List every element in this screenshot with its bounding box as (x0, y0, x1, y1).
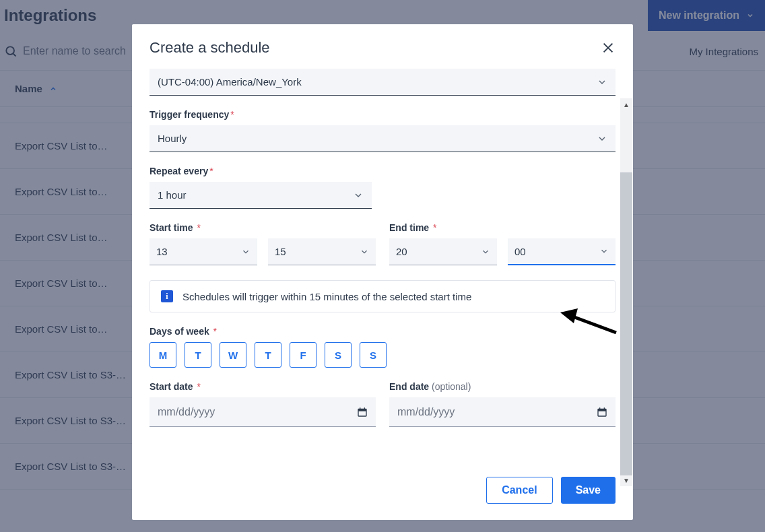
modal-title: Create a schedule (149, 39, 270, 57)
end-date-placeholder: mm/dd/yyyy (397, 406, 455, 418)
calendar-icon (357, 407, 368, 418)
trigger-frequency-value: Hourly (158, 133, 187, 144)
trigger-frequency-select[interactable]: Hourly (149, 125, 616, 152)
start-time-label: Start time * (149, 222, 376, 233)
repeat-every-select[interactable]: 1 hour (149, 182, 372, 209)
scroll-up-icon[interactable]: ▲ (620, 98, 632, 110)
trigger-frequency-label: Trigger frequency* (149, 109, 616, 120)
info-icon: i (161, 290, 173, 302)
chevron-down-icon (481, 247, 490, 257)
day-wednesday[interactable]: W (220, 342, 246, 368)
day-friday[interactable]: F (290, 342, 317, 368)
chevron-down-icon (360, 247, 369, 257)
day-monday[interactable]: M (149, 342, 176, 368)
repeat-every-value: 1 hour (158, 189, 187, 201)
svg-rect-11 (598, 409, 606, 411)
close-icon[interactable] (601, 40, 616, 55)
day-thursday[interactable]: T (255, 342, 281, 368)
day-tuesday[interactable]: T (185, 342, 211, 368)
end-minute-select[interactable]: 00 (508, 238, 616, 265)
scroll-down-icon[interactable]: ▼ (620, 474, 632, 486)
start-date-label: Start date * (149, 381, 376, 392)
start-date-input[interactable]: mm/dd/yyyy (149, 397, 376, 427)
info-text: Schedules will trigger within 15 minutes… (182, 291, 471, 302)
day-saturday[interactable]: S (325, 342, 352, 368)
scrollbar-thumb[interactable] (620, 172, 632, 475)
timezone-value: (UTC-04:00) America/New_York (158, 76, 302, 88)
svg-rect-7 (358, 409, 366, 411)
cancel-button[interactable]: Cancel (486, 477, 552, 504)
chevron-down-icon (597, 77, 607, 88)
info-callout: i Schedules will trigger within 15 minut… (149, 280, 616, 312)
end-hour-select[interactable]: 20 (389, 238, 497, 265)
end-time-label: End time * (389, 222, 616, 233)
day-sunday[interactable]: S (360, 342, 387, 368)
chevron-down-icon (597, 133, 607, 144)
calendar-icon (597, 407, 607, 418)
chevron-down-icon (599, 246, 609, 256)
create-schedule-modal: Create a schedule (UTC-04:00) America/Ne… (132, 24, 633, 520)
start-hour-select[interactable]: 13 (149, 238, 257, 265)
start-minute-select[interactable]: 15 (268, 238, 376, 265)
save-button[interactable]: Save (561, 477, 616, 504)
end-date-input[interactable]: mm/dd/yyyy (389, 397, 616, 427)
modal-overlay: Create a schedule (UTC-04:00) America/Ne… (0, 0, 765, 532)
chevron-down-icon (353, 190, 364, 201)
scrollbar-track[interactable]: ▲ ▼ (620, 98, 632, 486)
start-date-placeholder: mm/dd/yyyy (158, 406, 215, 418)
end-date-label: End date (optional) (389, 381, 616, 392)
days-of-week-label: Days of week * (149, 326, 616, 337)
timezone-select[interactable]: (UTC-04:00) America/New_York (149, 69, 616, 96)
repeat-every-label: Repeat every* (149, 166, 616, 176)
chevron-down-icon (241, 247, 251, 257)
